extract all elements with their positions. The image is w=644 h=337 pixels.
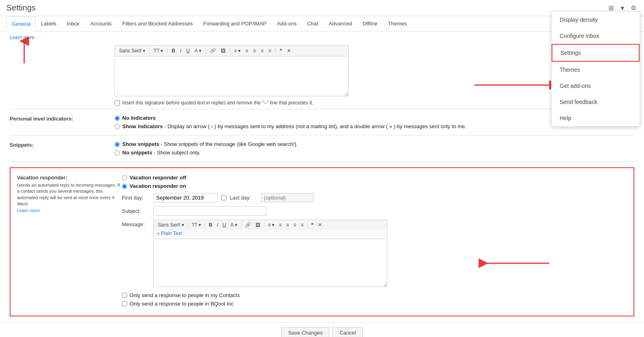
tab-forwarding[interactable]: Forwarding and POP/IMAP [198,16,272,31]
dropdown-display-density[interactable]: Display density [552,12,640,28]
cancel-button[interactable]: Cancel [332,327,362,337]
message-textarea[interactable] [153,239,387,287]
no-snippets-option[interactable]: No snippets - Show subject only. [115,150,634,156]
save-changes-button[interactable]: Save Changes [281,327,329,337]
dropdown-settings[interactable]: Settings [552,44,640,62]
tab-labels[interactable]: Labels [36,16,61,31]
msg-ul-btn[interactable]: ≡ [284,221,291,229]
no-indicators-radio[interactable] [115,116,120,121]
msg-clear-btn[interactable]: ✕ [316,221,324,229]
gear-icon[interactable]: ⚙ [629,4,638,12]
msg-font-select[interactable]: Sans Serif ▾ [156,221,186,229]
dropdown-get-addons[interactable]: Get add-ons [552,78,640,94]
msg-indent-btn[interactable]: ≡ [292,221,298,229]
indent-btn[interactable]: ≡ [259,47,265,54]
subject-row: Subject: [122,206,627,216]
message-label: Message: [122,220,150,227]
last-day-input[interactable] [261,193,314,202]
learn-more-top-area: Learn more [10,31,634,45]
no-snippets-radio[interactable] [115,150,120,156]
bold-btn[interactable]: B [170,47,177,54]
last-day-checkbox[interactable] [221,195,226,200]
msg-sep1 [188,222,188,228]
msg-italic-btn[interactable]: I [215,221,220,229]
learn-more-top-link[interactable]: Learn more [10,35,634,40]
vacation-off-option[interactable]: Vacation responder off [122,175,627,181]
msg-bold-btn[interactable]: B [207,221,214,229]
tab-inbox[interactable]: Inbox [62,16,85,31]
color-btn[interactable]: A ▾ [193,47,203,54]
italic-btn[interactable]: I [178,47,183,54]
vacation-label-area: Vacation responder: (sends an automated … [17,175,122,213]
vacation-learn-more[interactable]: Learn more [17,208,40,213]
font-size-btn[interactable]: TT ▾ [152,47,165,54]
vacation-on-option[interactable]: Vacation responder on [122,183,627,189]
vacation-desc: (sends an automated reply to incoming me… [17,182,122,207]
align-btn[interactable]: ≡ ▾ [232,47,242,54]
show-snippets-option[interactable]: Show snippets - Show snippets of the mes… [115,141,634,147]
vacation-on-radio[interactable] [122,184,127,189]
dropdown-trigger[interactable]: ▾ [618,4,626,12]
show-snippets-label: Show snippets - Show snippets of the mes… [122,141,298,147]
bottom-bar: Save Changes Cancel [0,322,644,337]
contacts-checkbox-row: Only send a response to people in my Con… [122,292,627,298]
annotation-arrow-left [475,257,555,269]
msg-image-btn[interactable]: 🖼 [254,221,262,229]
tab-chat[interactable]: Chat [302,16,323,31]
image-btn[interactable]: 🖼 [219,47,227,54]
vacation-off-radio[interactable] [122,175,127,181]
vacation-title: Vacation responder: [17,175,122,181]
content-area: Learn more Sans Serif ▾ TT ▾ B I U A ▾ 🔗… [0,31,644,316]
subject-input[interactable] [153,206,266,216]
message-row: Message: Sans Serif ▾ TT ▾ B I U A ▾ [122,220,627,288]
vacation-radio-group: Vacation responder off Vacation responde… [122,175,627,189]
ul-btn[interactable]: ≡ [251,47,257,54]
msg-align-btn[interactable]: ≡ ▾ [266,221,276,229]
msg-quote-btn[interactable]: ❝ [309,221,315,229]
tab-themes[interactable]: Themes [383,16,412,31]
msg-link-btn[interactable]: 🔗 [243,221,253,229]
dropdown-themes[interactable]: Themes [552,62,640,78]
quote-btn[interactable]: ❝ [278,47,284,54]
outdent-btn[interactable]: ≡ [267,47,273,54]
msg-underline-btn[interactable]: U [221,221,228,229]
underline-btn[interactable]: U [185,47,192,54]
msg-ol-btn[interactable]: ≡ [277,221,283,229]
msg-outdent-btn[interactable]: ≡ [299,221,305,229]
signature-toolbar: Sans Serif ▾ TT ▾ B I U A ▾ 🔗 🖼 ≡ ▾ ≡ ≡ … [115,45,349,56]
sig-before-quoted-checkbox[interactable] [115,100,120,106]
link-btn[interactable]: 🔗 [208,47,217,54]
annotation-arrow-right [475,79,555,91]
tab-advanced[interactable]: Advanced [323,16,357,31]
bqool-checkbox[interactable] [122,301,127,306]
contacts-checkbox[interactable] [122,293,127,298]
show-indicators-radio[interactable] [115,124,120,129]
no-snippets-label: No snippets - Show subject only. [122,150,200,156]
snippets-options: Show snippets - Show snippets of the mes… [115,141,634,156]
dropdown-send-feedback[interactable]: Send feedback [552,94,640,110]
plain-text-link[interactable]: « Plain Text [153,230,387,237]
grid-icon[interactable]: ⊞ [607,4,615,12]
snippets-value: Show snippets - Show snippets of the mes… [115,141,634,156]
tab-addons[interactable]: Add-ons [272,16,302,31]
msg-color-btn[interactable]: A ▾ [229,221,239,229]
page-title: Settings [6,3,36,12]
ol-btn[interactable]: ≡ [244,47,250,54]
dropdown-configure-inbox[interactable]: Configure inbox [552,28,640,44]
tab-accounts[interactable]: Accounts [85,16,117,31]
tab-general[interactable]: General [6,17,36,31]
last-day-label: Last day: [230,195,258,201]
signature-textarea[interactable] [115,56,349,96]
tab-filters[interactable]: Filters and Blocked Addresses [117,16,198,31]
tab-offline[interactable]: Offline [357,16,383,31]
bqool-checkbox-label: Only send a response to people in BQool … [130,301,234,307]
msg-font-size-btn[interactable]: TT ▾ [190,221,203,229]
header: Settings ⊞ ▾ ⚙ [0,0,644,16]
dropdown-help[interactable]: Help [552,110,640,126]
first-day-input[interactable] [153,193,218,202]
font-select[interactable]: Sans Serif ▾ [117,47,147,54]
vacation-on-label: Vacation responder on [130,183,186,189]
clear-btn[interactable]: ✕ [285,47,293,54]
message-toolbar: Sans Serif ▾ TT ▾ B I U A ▾ 🔗 🖼 [153,220,387,230]
show-snippets-radio[interactable] [115,142,120,147]
